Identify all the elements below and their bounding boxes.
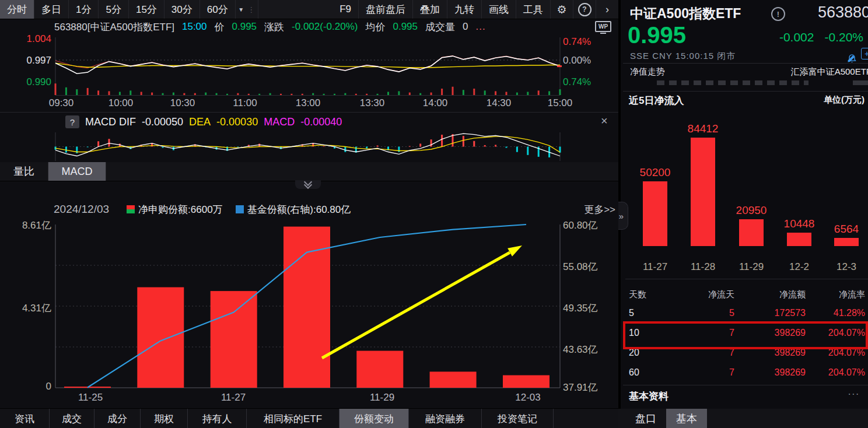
draw-line-button[interactable]: 画线: [482, 0, 516, 19]
tab-components[interactable]: 成分: [94, 409, 141, 428]
line-legend-label: 基金份额(右轴):: [247, 204, 316, 215]
overlay-button[interactable]: 叠加: [413, 0, 447, 19]
f9-button[interactable]: F9: [332, 0, 359, 19]
help-icon: ?: [578, 3, 592, 16]
macd-value: -0.00040: [300, 116, 342, 128]
macd-title: MACD: [85, 116, 116, 128]
price-label: 价: [215, 20, 225, 34]
tab-options[interactable]: 期权: [141, 409, 188, 428]
main-area: 分时 多日 1分 5分 15分 30分 60分 ▼ ⋮ F9 盘前盘后 叠加 九…: [0, 0, 618, 428]
tab-same-etf[interactable]: 相同标的ETF: [247, 409, 340, 428]
inflow-date-label: 11-27: [632, 261, 678, 273]
volume-label: 成交量: [425, 20, 455, 34]
y-axis-pct-low: 0.74%: [563, 76, 591, 88]
toolbar: 分时 多日 1分 5分 15分 30分 60分 ▼ ⋮ F9 盘前盘后 叠加 九…: [0, 0, 618, 19]
time-axis: 09:30 10:00 10:30 11:00 13:00 13:30 14:0…: [0, 97, 618, 111]
avg-price-value: 0.995: [393, 21, 418, 33]
flow-y-right-3: 49.35亿: [563, 301, 598, 315]
tab-trades[interactable]: 成交: [50, 409, 94, 428]
chevron-down-icon: ▼: [238, 6, 244, 13]
tab-macd[interactable]: MACD: [48, 162, 106, 181]
period-tab-fenshi[interactable]: 分时: [0, 0, 34, 19]
period-tab-1min[interactable]: 1分: [69, 0, 99, 19]
inflow-bar[interactable]: [643, 181, 667, 246]
intraday-chart[interactable]: [0, 35, 618, 96]
price-value: 0.995: [232, 21, 257, 33]
period-tab-duori[interactable]: 多日: [34, 0, 69, 19]
panel-collapse-handle[interactable]: [295, 180, 321, 189]
flow-x-axis: 11-25 11-27 11-29 12-03: [0, 392, 618, 406]
macd-help-icon[interactable]: ?: [65, 115, 79, 128]
flow-y-right-4: 43.63亿: [563, 343, 598, 356]
flow-chart-header: 2024/12/03 净申购份额:6600万 基金份额(右轴):60.80亿 更…: [0, 201, 672, 218]
tools-button[interactable]: 工具: [516, 0, 551, 19]
dif-value: -0.00050: [142, 116, 183, 128]
quote-more[interactable]: ...: [475, 21, 485, 33]
inflow-value-label: 84412: [671, 122, 735, 135]
more-options-icon[interactable]: ...: [848, 386, 860, 398]
flow-y-left-1: 8.61亿: [0, 219, 51, 232]
table-row[interactable]: 5 5 172573 41.28%: [629, 303, 865, 323]
flow-y-right-2: 55.08亿: [563, 260, 598, 273]
macd-chart[interactable]: [0, 131, 618, 162]
settings-button[interactable]: ⚙: [551, 0, 573, 19]
tab-news[interactable]: 资讯: [0, 409, 50, 428]
y-axis-pct-high: 0.74%: [563, 36, 591, 48]
flow-date: 2024/12/03: [54, 203, 109, 216]
quote-time: 15:00: [182, 21, 207, 33]
period-dropdown[interactable]: ▼ ⋮: [236, 0, 258, 19]
line-legend-value: 60.80亿: [316, 204, 351, 215]
table-row[interactable]: 60 7 398269 204.07%: [629, 363, 865, 383]
share-change-chart[interactable]: [0, 219, 618, 394]
inflow-bar[interactable]: [739, 219, 764, 246]
more-link[interactable]: 更多>>: [584, 203, 615, 216]
more-toolbar-button[interactable]: ›: [596, 0, 618, 19]
side-panel: 中证A500指数ETF ! 563880 0.995 -0.002-0.20% …: [618, 0, 868, 428]
period-tab-5min[interactable]: 5分: [99, 0, 128, 19]
change-value: -0.002(-0.20%): [292, 21, 358, 33]
macd-label: MACD: [264, 116, 295, 128]
dif-label: DIF: [119, 116, 136, 128]
help-button[interactable]: ?: [573, 0, 596, 19]
inflow-value-label: 20950: [719, 204, 783, 217]
tab-pankou[interactable]: 盘口: [625, 409, 666, 428]
tab-share-change[interactable]: 份额变动: [340, 409, 409, 428]
app-window: 分时 多日 1分 5分 15分 30分 60分 ▼ ⋮ F9 盘前盘后 叠加 九…: [0, 0, 868, 428]
nine-turn-button[interactable]: 九转: [447, 0, 482, 19]
inflow-bar[interactable]: [691, 138, 715, 246]
flow-y-left-3: 0: [0, 381, 51, 392]
bar-legend-icon: [127, 205, 135, 213]
line-legend-icon: [236, 205, 244, 213]
stock-code-title: 563880[中证A500指数ETF]: [54, 20, 174, 34]
y-axis-pct-mid: 0.00%: [563, 55, 591, 66]
period-tab-15min[interactable]: 15分: [129, 0, 164, 19]
period-tab-60min[interactable]: 60分: [200, 0, 236, 19]
inflow-bar[interactable]: [787, 233, 811, 246]
inflow-bar[interactable]: [834, 238, 859, 246]
bar-legend-label: 净申购份额:: [138, 204, 191, 215]
flow-y-left-2: 4.31亿: [0, 301, 51, 315]
pre-post-market-button[interactable]: 盘前盘后: [359, 0, 413, 19]
bar-legend-value: 6600万: [191, 204, 223, 215]
gear-icon: ⚙: [556, 3, 566, 16]
inflow-value-label: 6564: [814, 223, 868, 236]
quote-bar: 563880[中证A500指数ETF] 15:00 价 0.995 涨跌 -0.…: [0, 19, 673, 34]
wp-window-icon[interactable]: WP: [595, 21, 611, 34]
tab-holders[interactable]: 持有人: [188, 409, 247, 428]
tab-margin[interactable]: 融资融券: [409, 409, 482, 428]
chevron-right-icon: ›: [606, 3, 609, 16]
inflow-date-label: 11-29: [728, 261, 775, 273]
inflow-date-label: 11-28: [680, 261, 726, 273]
tab-liangbi[interactable]: 量比: [0, 162, 48, 181]
inflow-date-label: 12-3: [823, 261, 868, 273]
period-tab-30min[interactable]: 30分: [164, 0, 200, 19]
tab-notes[interactable]: 投资笔记: [482, 409, 554, 428]
expand-panel-handle[interactable]: »: [618, 202, 628, 230]
tab-basic[interactable]: 基本: [666, 409, 707, 428]
table-header-row: 天数 净流天 净流额 净流率: [629, 286, 865, 303]
change-label: 涨跌: [264, 20, 284, 34]
highlight-box: [623, 321, 868, 349]
close-icon[interactable]: ×: [601, 114, 608, 128]
dots-divider-icon: ⋮: [247, 5, 255, 14]
inflow-date-label: 12-2: [776, 261, 822, 273]
